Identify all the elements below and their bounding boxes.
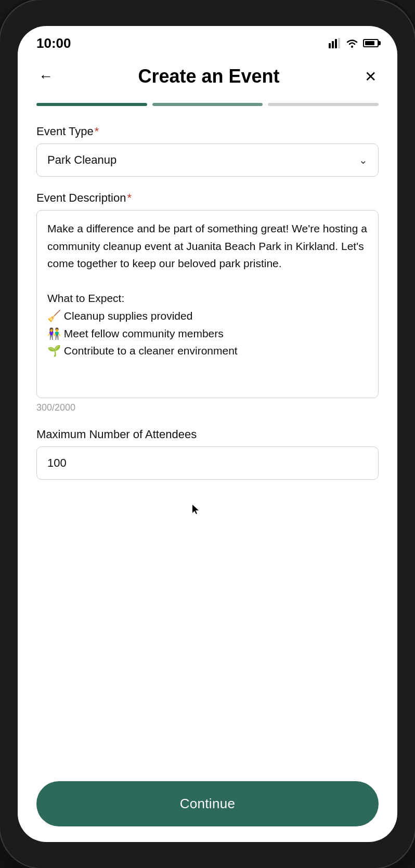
svg-rect-3 — [338, 38, 340, 48]
event-description-textarea[interactable]: Make a difference and be part of somethi… — [47, 220, 368, 386]
event-description-label: Event Description* — [36, 191, 379, 205]
event-type-section: Event Type* Park Cleanup ⌄ — [36, 125, 379, 177]
page-title: Create an Event — [138, 65, 279, 87]
battery-icon — [363, 39, 379, 47]
max-attendees-label: Maximum Number of Attendees — [36, 428, 379, 441]
required-star-desc: * — [127, 191, 132, 204]
required-star: * — [95, 125, 99, 138]
progress-bar — [36, 103, 379, 106]
app-content: ← Create an Event ✕ Event Type* Park Cle… — [18, 55, 397, 842]
progress-segment-1 — [36, 103, 147, 106]
close-button[interactable]: ✕ — [362, 66, 379, 87]
header-row: ← Create an Event ✕ — [36, 65, 379, 87]
event-description-wrapper: Make a difference and be part of somethi… — [36, 210, 379, 398]
status-bar: 10:00 — [18, 26, 397, 55]
max-attendees-input[interactable] — [36, 446, 379, 480]
event-description-section: Event Description* Make a difference and… — [36, 191, 379, 413]
wifi-icon — [345, 38, 359, 48]
max-attendees-section: Maximum Number of Attendees — [36, 428, 379, 480]
phone-shell: 10:00 — [0, 0, 415, 868]
progress-segment-2 — [152, 103, 263, 106]
continue-button[interactable]: Continue — [36, 781, 379, 826]
cursor-icon — [192, 505, 201, 515]
back-button[interactable]: ← — [36, 66, 55, 87]
cursor-area — [36, 494, 379, 525]
svg-rect-1 — [332, 41, 334, 48]
phone-screen: 10:00 — [18, 26, 397, 842]
status-icons — [329, 38, 379, 48]
svg-rect-2 — [335, 39, 337, 48]
chevron-down-icon: ⌄ — [359, 154, 368, 166]
event-type-value: Park Cleanup — [47, 153, 116, 167]
svg-point-4 — [351, 46, 353, 48]
status-time: 10:00 — [36, 35, 71, 51]
svg-rect-0 — [329, 43, 331, 48]
event-type-label: Event Type* — [36, 125, 379, 138]
progress-segment-3 — [268, 103, 379, 106]
char-count: 300/2000 — [36, 402, 379, 413]
signal-icon — [329, 38, 341, 48]
event-type-select[interactable]: Park Cleanup ⌄ — [36, 143, 379, 177]
